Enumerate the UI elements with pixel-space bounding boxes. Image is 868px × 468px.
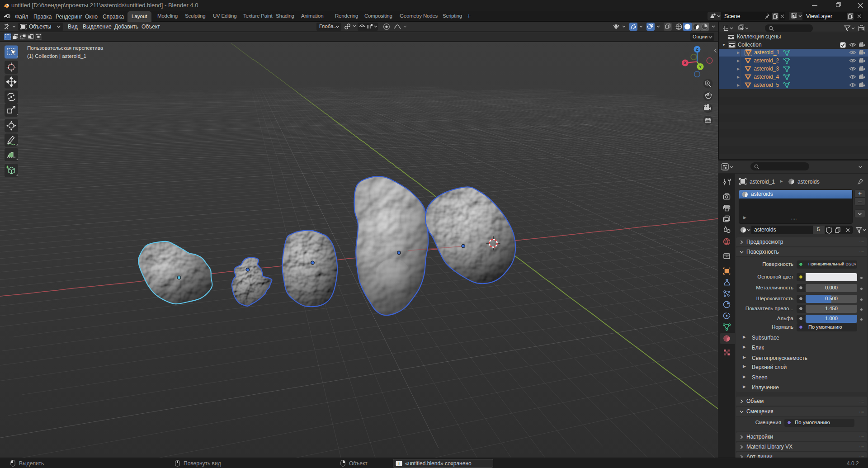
svg-text:X: X	[684, 60, 687, 65]
svg-text:Z: Z	[696, 47, 698, 52]
svg-text:Пользовательская перспектива: Пользовательская перспектива	[27, 45, 104, 51]
svg-text:i: i	[398, 461, 400, 466]
svg-text:(1) Collection | asteroid_1: (1) Collection | asteroid_1	[27, 53, 86, 59]
svg-text:Y: Y	[699, 64, 702, 69]
